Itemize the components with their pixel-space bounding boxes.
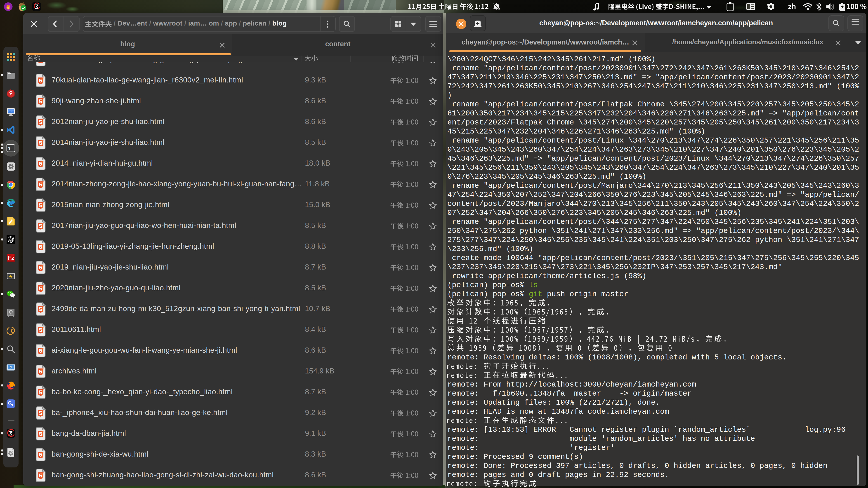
svg-text:$_: $_ — [8, 147, 13, 151]
svg-text:Fz: Fz — [8, 254, 14, 261]
